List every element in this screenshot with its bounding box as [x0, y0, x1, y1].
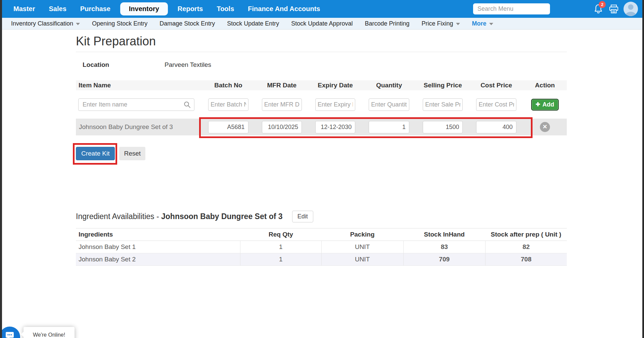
- reset-button[interactable]: Reset: [119, 147, 145, 160]
- nav-item-sales[interactable]: Sales: [49, 5, 66, 13]
- kit-table-wrap: Item Name Batch No MFR Date Expiry Date …: [76, 80, 567, 135]
- row-mfr-date-input[interactable]: [262, 121, 302, 133]
- batch-no-input[interactable]: [208, 98, 248, 111]
- notification-badge: 2: [599, 1, 606, 8]
- ingredient-name: Johnson Baby Set 2: [76, 253, 240, 266]
- subnav-inventory-classification[interactable]: Inventory Classification: [11, 20, 80, 27]
- chevron-down-icon: [76, 23, 80, 25]
- ingredient-name: Johnson Baby Set 1: [76, 241, 240, 253]
- page-title: Kit Preparation: [76, 34, 567, 48]
- row-selling-price-input[interactable]: [423, 121, 463, 133]
- ingredient-stock-inhand: 709: [403, 253, 485, 266]
- row-expiry-date-input[interactable]: [315, 121, 355, 133]
- chevron-down-icon: [489, 23, 493, 25]
- subnav-stock-update-entry[interactable]: Stock Update Entry: [227, 20, 279, 27]
- nav-item-tools[interactable]: Tools: [217, 5, 234, 13]
- item-name-input[interactable]: [78, 98, 194, 111]
- window-edge-right: [642, 0, 644, 338]
- live-chat-button[interactable]: [0, 327, 20, 338]
- kit-table-header-row: Item Name Batch No MFR Date Expiry Date …: [76, 80, 567, 90]
- col-header-quantity: Quantity: [362, 80, 416, 90]
- col-header-stock-after-prep: Stock after prep ( Unit ): [485, 228, 567, 241]
- quantity-input[interactable]: [369, 98, 409, 111]
- ingredients-table: Ingredients Req Qty Packing Stock InHand…: [76, 228, 567, 266]
- printer-icon: [609, 4, 619, 14]
- title-divider: [76, 52, 567, 52]
- ingredient-section-header: Ingredient Availabilities - Johnsoon Bab…: [76, 211, 567, 222]
- nav-item-purchase[interactable]: Purchase: [80, 5, 110, 13]
- chat-status-tooltip: We're Online!: [24, 327, 75, 338]
- location-label: Location: [83, 61, 165, 69]
- subnav-barcode-printing[interactable]: Barcode Printing: [365, 20, 409, 27]
- create-kit-button[interactable]: Create Kit: [76, 147, 115, 160]
- col-header-item-name: Item Name: [76, 80, 201, 90]
- ingredient-row: Johnson Baby Set 2 1 UNIT 709 708: [76, 253, 567, 266]
- col-header-selling-price: Selling Price: [416, 80, 469, 90]
- edit-button[interactable]: Edit: [292, 211, 313, 222]
- chat-status-text: We're Online!: [33, 332, 65, 338]
- user-avatar[interactable]: [624, 2, 638, 16]
- col-header-packing: Packing: [321, 228, 403, 241]
- ingredient-stock-inhand: 83: [403, 241, 485, 253]
- kit-item-row: Johnsoon Baby Dungree Set of 3: [76, 119, 567, 135]
- nav-item-master[interactable]: Master: [13, 5, 35, 13]
- search-menu-input[interactable]: [473, 3, 550, 14]
- row-batch-no-input[interactable]: [208, 121, 248, 133]
- sale-price-input[interactable]: [423, 98, 463, 111]
- top-navbar: Master Sales Purchase Inventory Reports …: [0, 0, 644, 18]
- ingredient-stock-after-prep: 82: [485, 241, 567, 253]
- col-header-stock-inhand: Stock InHand: [403, 228, 485, 241]
- ingredient-req-qty: 1: [240, 241, 321, 253]
- row-quantity-input[interactable]: [369, 121, 409, 133]
- avatar-person-icon: [624, 2, 638, 16]
- nav-item-inventory[interactable]: Inventory: [120, 2, 168, 15]
- nav-item-finance-and-accounts[interactable]: Finance And Accounts: [248, 5, 320, 13]
- location-row: Location Parveen Textiles: [76, 61, 567, 69]
- ingredients-header-row: Ingredients Req Qty Packing Stock InHand…: [76, 228, 567, 241]
- remove-row-button[interactable]: [540, 122, 550, 132]
- subnav-damage-stock-entry[interactable]: Damage Stock Entry: [159, 20, 215, 27]
- col-header-ingredients: Ingredients: [76, 228, 240, 241]
- print-button[interactable]: [609, 4, 619, 15]
- col-header-mfr-date: MFR Date: [255, 80, 309, 90]
- col-header-cost-price: Cost Price: [469, 80, 523, 90]
- window-edge-left: [0, 0, 2, 338]
- ingredient-req-qty: 1: [240, 253, 321, 266]
- tooltip-tail: [21, 332, 27, 337]
- ingredient-packing: UNIT: [321, 241, 403, 253]
- ingredient-title-item-name: Johnsoon Baby Dungree Set of 3: [161, 212, 283, 221]
- ingredient-availabilities-title: Ingredient Availabilities - Johnsoon Bab…: [76, 212, 283, 221]
- chat-bubble-icon: [5, 331, 15, 338]
- chevron-down-icon: [456, 23, 460, 25]
- ingredient-stock-after-prep: 708: [485, 253, 567, 266]
- notifications-button[interactable]: 2: [594, 4, 603, 15]
- kit-preparation-page: Kit Preparation Location Parveen Textile…: [76, 34, 567, 266]
- add-item-button[interactable]: Add: [531, 99, 558, 111]
- col-header-batch-no: Batch No: [201, 80, 255, 90]
- row-cost-price-input[interactable]: [476, 121, 516, 133]
- subnav-stock-update-approval[interactable]: Stock Update Approval: [291, 20, 353, 27]
- col-header-expiry-date: Expiry Date: [309, 80, 362, 90]
- kit-preparation-table: Item Name Batch No MFR Date Expiry Date …: [76, 80, 567, 135]
- col-header-action: Action: [523, 80, 567, 90]
- inventory-subnav: Inventory Classification Opening Stock E…: [0, 18, 644, 30]
- plus-icon: [536, 102, 540, 107]
- form-actions: Create Kit Reset: [76, 147, 567, 160]
- nav-item-reports[interactable]: Reports: [178, 5, 203, 13]
- location-value: Parveen Textiles: [165, 61, 211, 69]
- cost-price-input[interactable]: [476, 98, 516, 111]
- subnav-opening-stock-entry[interactable]: Opening Stock Entry: [92, 20, 147, 27]
- ingredient-packing: UNIT: [321, 253, 403, 266]
- kit-entry-row: Add: [76, 90, 567, 119]
- expiry-date-input[interactable]: [315, 98, 355, 111]
- mfr-date-input[interactable]: [262, 98, 302, 111]
- search-icon: [184, 101, 191, 108]
- subnav-price-fixing[interactable]: Price Fixing: [422, 20, 460, 27]
- kit-item-name: Johnsoon Baby Dungree Set of 3: [76, 119, 201, 135]
- ingredient-row: Johnson Baby Set 1 1 UNIT 83 82: [76, 241, 567, 253]
- subnav-more[interactable]: More: [472, 20, 493, 27]
- main-menu: Master Sales Purchase Inventory Reports …: [13, 2, 320, 15]
- col-header-req-qty: Req Qty: [240, 228, 321, 241]
